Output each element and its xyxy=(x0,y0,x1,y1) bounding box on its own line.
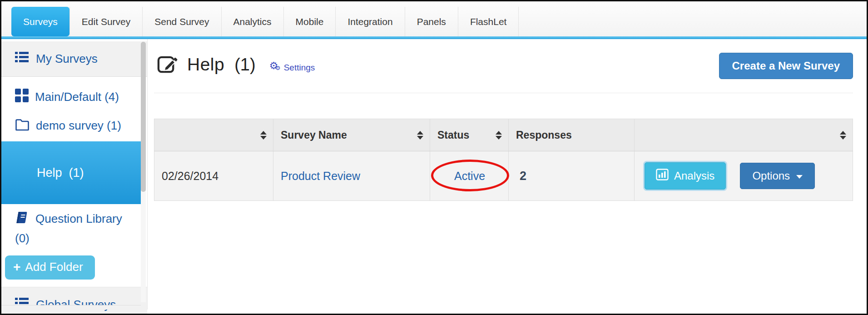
main-content: Help (1) ⚙⚙ Settings Create a New Survey xyxy=(147,39,867,310)
sort-icon[interactable] xyxy=(496,131,502,140)
caret-down-icon xyxy=(796,175,803,179)
sidebar-item-label: Question Library (0) xyxy=(15,212,122,245)
add-folder-label: Add Folder xyxy=(25,260,83,274)
page-title-count: (1) xyxy=(234,55,255,75)
sidebar-item-help[interactable]: Help (1) xyxy=(1,141,141,204)
page-title: Help xyxy=(187,55,224,75)
column-label: Survey Name xyxy=(281,129,347,141)
header-divider xyxy=(154,93,853,93)
tab-send-survey[interactable]: Send Survey xyxy=(143,7,221,36)
column-header-actions[interactable] xyxy=(635,119,853,151)
table-row: 02/26/2014 Product Review Active 2 xyxy=(154,151,853,201)
gear-icon: ⚙⚙ xyxy=(269,62,283,74)
column-header-survey-name[interactable]: Survey Name xyxy=(273,119,430,151)
tab-mobile[interactable]: Mobile xyxy=(284,7,336,36)
table-header-row: Survey Name Status Res xyxy=(154,119,853,151)
top-nav: Surveys Edit Survey Send Survey Analytic… xyxy=(1,1,867,36)
status-link[interactable]: Active xyxy=(454,170,485,182)
column-label: Responses xyxy=(516,129,572,141)
responses-count: 2 xyxy=(516,169,526,183)
settings-label: Settings xyxy=(284,63,315,73)
column-label: Status xyxy=(437,129,469,141)
column-header-status[interactable]: Status xyxy=(430,119,509,151)
create-new-survey-button[interactable]: Create a New Survey xyxy=(719,53,853,79)
tab-panels[interactable]: Panels xyxy=(405,7,458,36)
responses-cell: 2 xyxy=(509,151,635,201)
tab-analytics[interactable]: Analytics xyxy=(222,7,284,36)
sidebar-scrollbar[interactable] xyxy=(141,41,146,302)
book-icon xyxy=(15,211,29,229)
sort-icon[interactable] xyxy=(260,131,267,140)
analysis-label: Analysis xyxy=(674,170,714,182)
app-window: Surveys Edit Survey Send Survey Analytic… xyxy=(0,0,868,315)
bar-chart-icon xyxy=(656,169,669,183)
tab-integration[interactable]: Integration xyxy=(336,7,405,36)
surveys-table: Survey Name Status Res xyxy=(154,119,853,201)
sidebar-item-label: Main/Default (4) xyxy=(35,90,119,104)
sidebar-item-main-default[interactable]: Main/Default (4) xyxy=(1,88,147,107)
plus-icon: + xyxy=(13,263,20,272)
survey-name-cell: Product Review xyxy=(273,151,430,201)
sidebar-item-label: My Surveys xyxy=(36,52,98,66)
scrollbar-thumb[interactable] xyxy=(141,42,146,192)
options-button[interactable]: Options xyxy=(740,163,815,189)
sidebar-item-label: Help (1) xyxy=(37,166,84,180)
sort-icon[interactable] xyxy=(840,131,846,140)
page-header: Help (1) ⚙⚙ Settings Create a New Survey xyxy=(154,48,853,81)
actions-cell: Analysis Options xyxy=(635,151,853,201)
survey-name-link[interactable]: Product Review xyxy=(281,170,360,182)
survey-date-cell: 02/26/2014 xyxy=(154,151,273,201)
sidebar-item-question-library[interactable]: Question Library (0) xyxy=(1,210,138,247)
sort-icon[interactable] xyxy=(417,131,423,140)
tab-flashlet[interactable]: FlashLet xyxy=(458,7,519,36)
sidebar: My Surveys Main/Default (4) demo survey … xyxy=(1,39,147,310)
grid-icon xyxy=(15,89,29,107)
sidebar-item-label: demo survey (1) xyxy=(36,119,121,132)
edit-icon xyxy=(157,53,178,76)
survey-status-cell: Active xyxy=(430,151,509,201)
folder-icon xyxy=(15,118,30,136)
options-label: Options xyxy=(752,170,790,182)
column-header-responses[interactable]: Responses xyxy=(509,119,635,151)
sidebar-item-my-surveys[interactable]: My Surveys xyxy=(1,41,147,77)
settings-link[interactable]: ⚙⚙ Settings xyxy=(269,62,315,74)
list-icon xyxy=(15,51,29,66)
add-folder-button[interactable]: + Add Folder xyxy=(5,255,95,280)
sidebar-item-demo-survey[interactable]: demo survey (1) xyxy=(1,116,138,136)
sidebar-item-global-surveys[interactable]: Global Surveys xyxy=(1,287,147,315)
tab-surveys[interactable]: Surveys xyxy=(11,7,69,36)
column-header-date[interactable] xyxy=(154,119,273,151)
tab-edit-survey[interactable]: Edit Survey xyxy=(69,7,143,36)
analysis-button[interactable]: Analysis xyxy=(645,162,726,190)
sidebar-next-section xyxy=(1,305,141,310)
